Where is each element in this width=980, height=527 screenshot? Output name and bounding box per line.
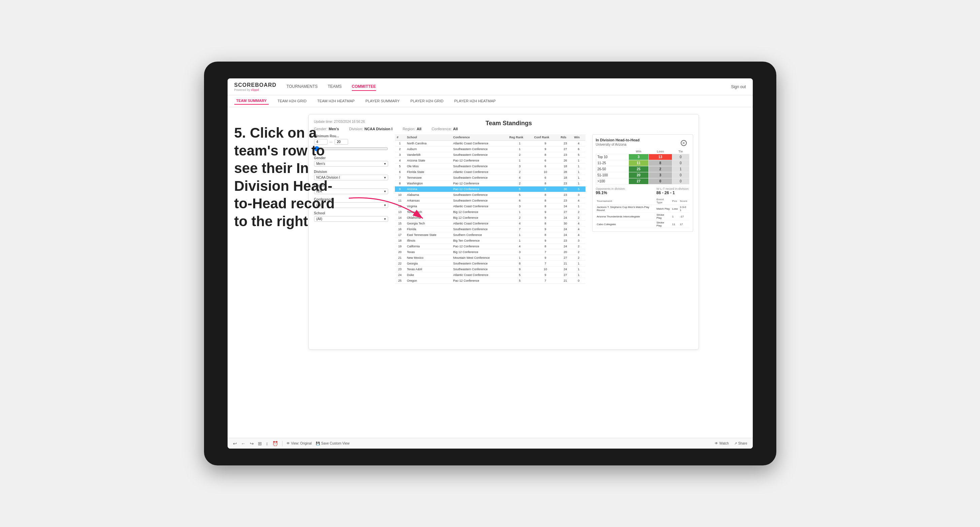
save-icon: 💾 [316,441,320,445]
cell-rds: 30 [558,186,572,192]
table-row[interactable]: 25 Oregon Pac-12 Conference 5 7 21 0 [395,278,585,284]
cell-reg-rank: 1 [508,210,532,215]
table-row[interactable]: 7 Tennessee Southeastern Conference 4 6 … [395,175,585,181]
cell-win: 2 [572,210,585,215]
table-row[interactable]: 1 North Carolina Atlantic Coast Conferen… [395,141,585,146]
table-row[interactable]: 4 Arizona State Pac-12 Conference 1 6 26… [395,158,585,163]
cell-conf-rank: 7 [532,261,559,267]
table-row[interactable]: 24 Duke Atlantic Coast Conference 5 9 27… [395,272,585,278]
cell-win: 3 [572,238,585,244]
cell-win: 2 [572,244,585,249]
back-icon[interactable]: ← [241,441,246,446]
cell-reg-rank: 6 [508,198,532,203]
cell-school: California [405,244,451,249]
sign-out-button[interactable]: Sign out [731,84,746,89]
cell-reg-rank: 3 [508,163,532,169]
table-row[interactable]: 2 Auburn Southeastern Conference 1 9 27 … [395,146,585,152]
subnav-team-summary[interactable]: TEAM SUMMARY [234,97,269,105]
cell-rds: 18 [558,163,572,169]
cell-num: 9 [395,186,405,192]
cell-num: 8 [395,181,405,186]
h2h-loss: 2 [648,166,672,172]
cell-num: 25 [395,278,405,284]
cell-rds: 23 [558,152,572,158]
view-original-button[interactable]: 👁 View: Original [286,441,312,445]
share-button[interactable]: ↗ Share [734,441,748,445]
nav-teams[interactable]: TEAMS [328,83,342,91]
cell-num: 3 [395,152,405,158]
cell-reg-rank: 3 [508,203,532,210]
table-row[interactable]: 20 Texas Big 12 Conference 3 7 20 2 [395,249,585,255]
table-row[interactable]: 5 Ole Miss Southeastern Conference 3 6 1… [395,163,585,169]
cell-conference: Pac-12 Conference [451,158,508,163]
cell-school: Illinois [405,238,451,244]
annotation-text: 5. Click on a team's row to see their In… [234,124,349,230]
h2h-close-button[interactable]: ✕ [681,140,687,146]
h2h-tie: 1 [672,166,689,172]
cell-rds: 27 [558,255,572,261]
tourn-col-score: Score [679,197,689,205]
table-row[interactable]: 19 California Pac-12 Conference 4 8 24 2 [395,244,585,249]
panel-title: Team Standings [365,120,653,127]
cell-num: 17 [395,232,405,238]
cell-reg-rank: 4 [508,244,532,249]
table-row[interactable]: 22 Georgia Southeastern Conference 8 7 2… [395,261,585,267]
cell-conference: Mountain West Conference [451,255,508,261]
h2h-title: In Division Head-to-Head [596,138,689,142]
h2h-panel: In Division Head-to-Head ✕ University of… [592,134,693,284]
cell-num: 4 [395,158,405,163]
cell-win: 0 [572,278,585,284]
cell-rds: 24 [558,215,572,221]
table-row[interactable]: 6 Florida State Atlantic Coast Conferenc… [395,169,585,175]
save-custom-button[interactable]: 💾 Save Custom View [316,441,350,445]
cell-conf-rank: 10 [532,169,559,175]
subnav-player-h2h-grid[interactable]: PLAYER H2H GRID [408,98,445,104]
cell-conf-rank: 6 [532,158,559,163]
cell-win: 1 [572,267,585,272]
cell-num: 24 [395,272,405,278]
tourn-score: 2-3-0 1 [679,205,689,213]
cell-num: 19 [395,244,405,249]
h2h-loss: 3 [648,172,672,178]
table-row[interactable]: 3 Vanderbilt Southeastern Conference 2 8… [395,152,585,158]
table-row[interactable]: 23 Texas A&M Southeastern Conference 9 1… [395,267,585,272]
clock-icon[interactable]: ⏰ [272,441,278,446]
undo-icon[interactable]: ↩ [233,441,237,446]
nav-tournaments[interactable]: TOURNAMENTS [286,83,317,91]
redo-icon[interactable]: ↪ [250,441,254,446]
h2h-win: 3 [628,154,648,160]
h2h-label: >100 [596,178,628,184]
subnav-team-h2h-grid[interactable]: TEAM H2H GRID [275,98,309,104]
tourn-name: Jackson T. Stephens Cup Men's Match-Play… [596,205,655,213]
cell-conf-rank: 9 [532,238,559,244]
expand-icon[interactable]: ↕ [266,441,268,446]
table-row[interactable]: 9 Arizona Pac-12 Conference 5 8 30 5 [395,186,585,192]
h2h-loss: 8 [648,160,672,166]
subnav-player-h2h-heatmap[interactable]: PLAYER H2H HEATMAP [452,98,498,104]
grid-icon[interactable]: ⊞ [258,441,262,446]
cell-reg-rank: 2 [508,169,532,175]
table-row[interactable]: 17 East Tennessee State Southern Confere… [395,232,585,238]
logo-title: SCOREBOARD [234,82,277,88]
cell-conf-rank: 7 [532,278,559,284]
table-row[interactable]: 8 Washington Pac-12 Conference 2 8 23 1 [395,181,585,186]
cell-rds: 27 [558,210,572,215]
cell-num: 5 [395,163,405,169]
table-row[interactable]: 21 New Mexico Mountain West Conference 1… [395,255,585,261]
cell-conference: Pac-12 Conference [451,244,508,249]
cell-win: 1 [572,203,585,210]
h2h-col-win: Win [628,149,648,154]
h2h-win: 27 [628,178,648,184]
cell-school: Oregon [405,278,451,284]
cell-school: New Mexico [405,255,451,261]
cell-win: 2 [572,215,585,221]
h2h-col-loss: Loss [648,149,672,154]
tourn-score: -17 [679,213,689,221]
watch-button[interactable]: 👁 Watch [715,441,729,445]
table-row[interactable]: 18 Illinois Big Ten Conference 1 9 23 3 [395,238,585,244]
cell-num: 22 [395,261,405,267]
cell-conf-rank: 9 [532,255,559,261]
nav-committee[interactable]: COMMITTEE [352,83,376,91]
subnav-team-h2h-heatmap[interactable]: TEAM H2H HEATMAP [315,98,356,104]
subnav-player-summary[interactable]: PLAYER SUMMARY [363,98,402,104]
